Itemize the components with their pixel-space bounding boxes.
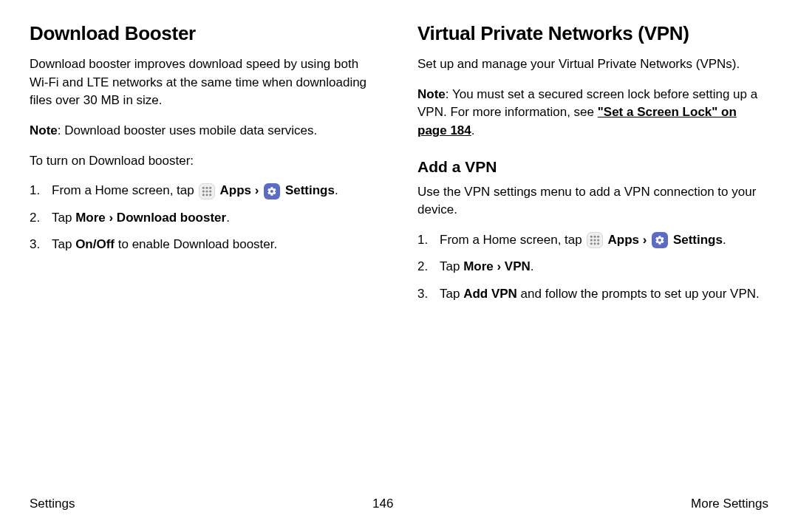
apps-label: Apps	[604, 233, 639, 247]
footer-left: Settings	[30, 497, 75, 511]
note-prefix: Note	[417, 87, 446, 101]
step-bold: On/Off	[75, 237, 115, 251]
svg-point-8	[210, 194, 212, 196]
step-3: Tap On/Off to enable Download booster.	[30, 236, 381, 254]
svg-point-9	[590, 236, 593, 238]
sub-intro-add-vpn: Use the VPN settings menu to add a VPN c…	[417, 183, 768, 219]
note-body: : Download booster uses mobile data serv…	[58, 123, 318, 137]
step-dot: .	[335, 183, 338, 197]
svg-point-14	[598, 239, 600, 242]
svg-point-0	[202, 187, 205, 189]
step-dot: .	[723, 233, 726, 247]
heading-vpn: Virtual Private Networks (VPN)	[417, 22, 768, 45]
lead-in-download-booster: To turn on Download booster:	[30, 152, 381, 171]
intro-vpn: Set up and manage your Virtual Private N…	[417, 55, 768, 74]
breadcrumb-sep: ›	[639, 233, 650, 247]
settings-label: Settings	[282, 183, 335, 197]
note-download-booster: Note: Download booster uses mobile data …	[30, 122, 381, 140]
svg-point-1	[206, 187, 208, 189]
step-2: Tap More › Download booster.	[30, 209, 381, 228]
steps-download-booster: From a Home screen, tap Apps › Settings.…	[30, 182, 381, 254]
footer-center-page-number: 146	[372, 497, 393, 511]
step-2: Tap More › VPN.	[417, 258, 768, 276]
step-3: Tap Add VPN and follow the prompts to se…	[417, 285, 768, 304]
step-bold: More › Download booster	[75, 211, 226, 225]
settings-icon	[652, 232, 668, 248]
step-text: Tap	[440, 259, 463, 273]
note-vpn: Note: You must set a secured screen lock…	[417, 86, 768, 140]
apps-icon	[587, 232, 603, 248]
step-text: Tap	[52, 237, 75, 251]
svg-point-11	[598, 236, 600, 238]
note-dot: .	[471, 123, 475, 137]
intro-download-booster: Download booster improves download speed…	[30, 55, 381, 110]
svg-point-4	[206, 190, 208, 192]
step-rest: and follow the prompts to set up your VP…	[517, 287, 760, 301]
settings-label: Settings	[669, 233, 723, 247]
svg-point-6	[202, 194, 205, 196]
step-1: From a Home screen, tap Apps › Settings.	[417, 231, 768, 250]
settings-icon	[264, 183, 280, 200]
step-text: From a Home screen, tap	[52, 183, 197, 197]
apps-icon	[199, 183, 215, 200]
step-rest: to enable Download booster.	[115, 237, 277, 251]
note-prefix: Note	[30, 123, 58, 137]
svg-point-12	[590, 239, 593, 242]
step-bold: More › VPN	[463, 259, 531, 273]
step-dot: .	[226, 211, 230, 225]
svg-point-16	[594, 243, 596, 245]
svg-point-17	[598, 243, 600, 245]
svg-point-5	[210, 190, 212, 192]
page-footer: Settings 146 More Settings	[30, 497, 768, 511]
svg-point-15	[590, 243, 593, 245]
right-column: Virtual Private Networks (VPN) Set up an…	[417, 22, 768, 313]
step-text: Tap	[52, 211, 75, 225]
two-column-layout: Download Booster Download booster improv…	[30, 22, 768, 313]
left-column: Download Booster Download booster improv…	[30, 22, 381, 313]
footer-right: More Settings	[691, 497, 768, 511]
steps-add-vpn: From a Home screen, tap Apps › Settings.…	[417, 231, 768, 304]
step-bold: Add VPN	[463, 287, 517, 301]
svg-point-13	[594, 239, 596, 242]
sub-heading-add-vpn: Add a VPN	[417, 158, 768, 176]
step-text: From a Home screen, tap	[440, 233, 585, 247]
svg-point-2	[210, 187, 212, 189]
apps-label: Apps	[216, 183, 251, 197]
step-1: From a Home screen, tap Apps › Settings.	[30, 182, 381, 200]
svg-point-3	[202, 190, 205, 192]
svg-point-10	[594, 236, 596, 238]
step-dot: .	[531, 259, 534, 273]
heading-download-booster: Download Booster	[30, 22, 381, 45]
step-text: Tap	[440, 287, 463, 301]
svg-point-7	[206, 194, 208, 196]
breadcrumb-sep: ›	[251, 183, 262, 197]
